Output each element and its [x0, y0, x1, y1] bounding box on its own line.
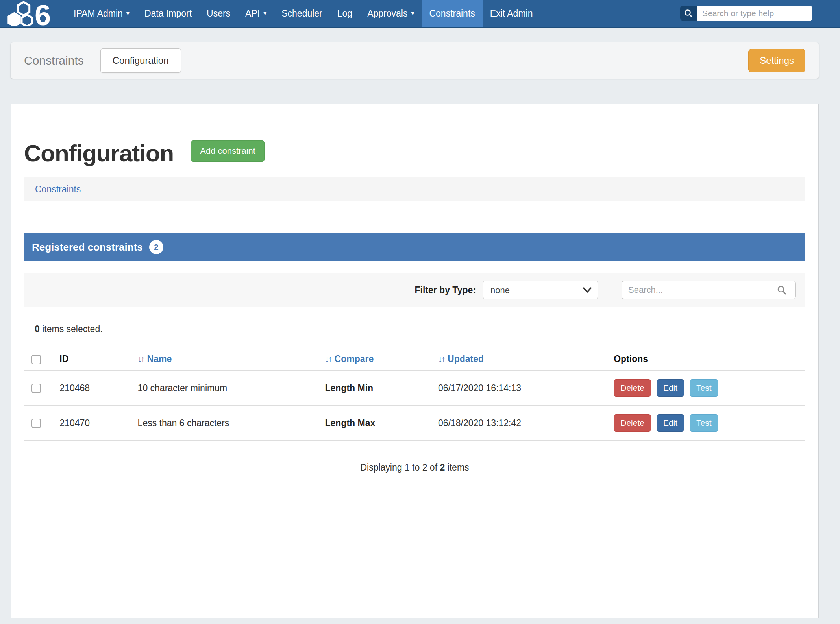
table-search-button[interactable] — [768, 281, 796, 299]
column-header-updated[interactable]: ↓↑Updated — [434, 348, 610, 371]
nav-menu: IPAM Admin▾ Data Import Users API▾ Sched… — [66, 0, 540, 27]
breadcrumb: Constraints — [24, 177, 805, 201]
filter-type-select[interactable]: none — [483, 281, 598, 299]
row-select-cell — [24, 406, 56, 441]
column-header-id: ID — [56, 348, 133, 371]
nav-item-ipam-admin[interactable]: IPAM Admin▾ — [66, 0, 137, 27]
pagination-prefix: Displaying 1 to 2 of — [360, 462, 440, 473]
nav-item-users[interactable]: Users — [199, 0, 238, 27]
cell-updated: 06/17/2020 16:14:13 — [434, 371, 610, 406]
filter-type-select-wrap: none — [483, 281, 598, 299]
pagination-total: 2 — [440, 462, 445, 473]
row-select-cell — [24, 371, 56, 406]
breadcrumb-link-constraints[interactable]: Constraints — [35, 184, 81, 195]
selection-status: 0 items selected. — [24, 307, 805, 348]
test-button[interactable]: Test — [690, 414, 718, 432]
chevron-down-icon: ▾ — [126, 10, 130, 17]
selected-suffix: items selected. — [40, 324, 103, 334]
select-all-cell — [24, 348, 56, 371]
cell-options: Delete Edit Test — [610, 371, 805, 406]
search-icon — [680, 6, 697, 21]
row-checkbox[interactable] — [31, 384, 41, 393]
column-label: Compare — [335, 354, 374, 364]
global-search — [680, 6, 812, 21]
row-option-buttons: Delete Edit Test — [614, 379, 801, 397]
sort-icon: ↓↑ — [438, 354, 444, 364]
chevron-down-icon: ▾ — [263, 10, 266, 17]
app-logo[interactable]: 6 — [0, 0, 66, 27]
edit-button[interactable]: Edit — [657, 414, 684, 432]
table-row: 210468 10 character minimum Length Min 0… — [24, 371, 805, 406]
cell-compare: Length Min — [321, 371, 435, 406]
table-search-group — [622, 281, 796, 299]
cell-updated: 06/18/2020 13:12:42 — [434, 406, 610, 441]
cell-id: 210470 — [56, 406, 133, 441]
column-label: Name — [147, 354, 172, 364]
panel-title: Registered constraints — [32, 241, 143, 253]
cell-name: Less than 6 characters — [134, 406, 321, 441]
table-header-row: ID ↓↑Name ↓↑Compare ↓↑Updated Options — [24, 348, 805, 371]
page-header-bar: Constraints Configuration Settings — [11, 42, 819, 79]
table-row: 210470 Less than 6 characters Length Max… — [24, 406, 805, 441]
logo-six-text: 6 — [35, 0, 51, 26]
settings-button[interactable]: Settings — [748, 49, 805, 72]
nav-label: Exit Admin — [490, 8, 533, 19]
selected-count: 0 — [35, 324, 40, 334]
nav-item-log[interactable]: Log — [330, 0, 360, 27]
constraints-box: Filter by Type: none 0 items selected. — [24, 273, 805, 441]
filter-bar: Filter by Type: none — [24, 273, 805, 307]
cell-id: 210468 — [56, 371, 133, 406]
nav-item-constraints[interactable]: Constraints — [422, 0, 482, 27]
nav-item-approvals[interactable]: Approvals▾ — [360, 0, 422, 27]
hexagon-logo-icon: 6 — [6, 0, 57, 26]
cell-options: Delete Edit Test — [610, 406, 805, 441]
add-constraint-button[interactable]: Add constraint — [191, 140, 265, 162]
page-title: Constraints — [24, 54, 84, 67]
table-search-input[interactable] — [622, 281, 768, 299]
column-header-compare[interactable]: ↓↑Compare — [321, 348, 435, 371]
top-navbar: 6 IPAM Admin▾ Data Import Users API▾ Sch… — [0, 0, 840, 28]
constraints-table: ID ↓↑Name ↓↑Compare ↓↑Updated Options 21… — [24, 348, 805, 441]
nav-label: Log — [337, 8, 352, 19]
nav-item-scheduler[interactable]: Scheduler — [274, 0, 330, 27]
nav-label: Users — [207, 8, 230, 19]
main-panel: Configuration Add constraint Constraints… — [11, 104, 819, 618]
pagination-summary: Displaying 1 to 2 of 2 items — [24, 462, 805, 473]
delete-button[interactable]: Delete — [614, 379, 651, 397]
nav-label: API — [245, 8, 260, 19]
nav-label: Constraints — [429, 8, 475, 19]
configuration-tab-button[interactable]: Configuration — [100, 48, 181, 73]
delete-button[interactable]: Delete — [614, 414, 651, 432]
nav-item-data-import[interactable]: Data Import — [137, 0, 199, 27]
registered-constraints-header: Registered constraints 2 — [24, 233, 805, 261]
section-heading-row: Configuration Add constraint — [24, 140, 805, 166]
column-header-options: Options — [610, 348, 805, 371]
sort-icon: ↓↑ — [325, 354, 331, 364]
chevron-down-icon: ▾ — [411, 10, 414, 17]
cell-name: 10 character minimum — [134, 371, 321, 406]
pagination-suffix: items — [445, 462, 469, 473]
section-title: Configuration — [24, 141, 174, 166]
count-badge: 2 — [149, 240, 163, 254]
nav-item-api[interactable]: API▾ — [238, 0, 274, 27]
nav-label: Approvals — [367, 8, 407, 19]
select-all-checkbox[interactable] — [31, 355, 41, 364]
row-checkbox[interactable] — [31, 419, 41, 428]
sort-icon: ↓↑ — [138, 354, 144, 364]
global-search-input[interactable] — [697, 6, 812, 21]
search-icon — [777, 285, 787, 295]
column-label: Updated — [448, 354, 484, 364]
nav-item-exit-admin[interactable]: Exit Admin — [483, 0, 540, 27]
edit-button[interactable]: Edit — [657, 379, 684, 397]
filter-type-label: Filter by Type: — [415, 285, 476, 295]
test-button[interactable]: Test — [690, 379, 718, 397]
cell-compare: Length Max — [321, 406, 435, 441]
nav-label: Scheduler — [281, 8, 322, 19]
nav-label: Data Import — [144, 8, 192, 19]
column-header-name[interactable]: ↓↑Name — [134, 348, 321, 371]
row-option-buttons: Delete Edit Test — [614, 414, 801, 432]
nav-label: IPAM Admin — [74, 8, 123, 19]
